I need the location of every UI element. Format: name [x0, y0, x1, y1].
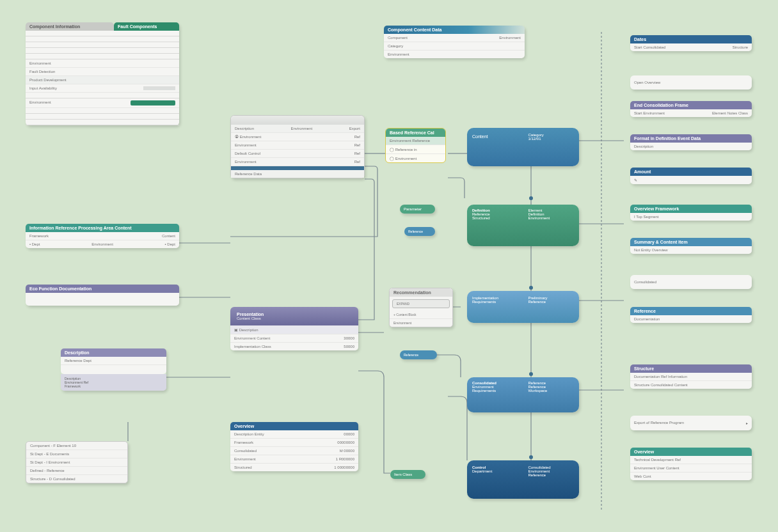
panel-info-reference: Information Reference Processing Area Co…: [26, 224, 179, 248]
svg-point-2: [529, 372, 533, 376]
pencil-icon[interactable]: ✎: [634, 178, 637, 182]
card-amount: Amount ✎: [630, 168, 752, 184]
panel-component-info: Component Information Fault Components E…: [26, 22, 179, 125]
card-open-overview: Open Overview: [630, 75, 752, 90]
node-content[interactable]: Content Category1/12/01: [467, 128, 579, 166]
node-control[interactable]: ControlDepartment ConsolidatedEnvironmen…: [467, 460, 579, 499]
card-structure: Structure Documentation Ref Information …: [630, 364, 752, 389]
panel-body: Environment Fault Detection Product Deve…: [26, 31, 179, 125]
panel-tab[interactable]: Fault Components: [114, 22, 179, 31]
panel-grey-list: Component - F Element 10 St Dept - E Doc…: [26, 441, 128, 483]
pill-reference-2[interactable]: Reference: [400, 350, 437, 359]
card-dates: Dates Start ConsolidatedStructure: [630, 35, 752, 51]
card-reference: Reference Documentation: [630, 307, 752, 323]
window-center: DescriptionEnvironmentExport ⦿ Environme…: [230, 115, 365, 178]
card-overview-bottom: Overview Technical Development Ref Envir…: [630, 448, 752, 480]
node-implementation[interactable]: ImplementationRequirements PreliminaryRe…: [467, 291, 579, 323]
card-format-def: Format in Definition Event Data Descript…: [630, 134, 752, 150]
card-consolidated: Consolidated: [630, 275, 752, 289]
svg-point-0: [529, 196, 533, 200]
pill-item-class[interactable]: Item Class: [390, 470, 425, 479]
svg-point-1: [529, 286, 533, 290]
card-overview-framework: Overview Framework I Top Segment: [630, 205, 752, 221]
pill-reference[interactable]: Reference: [404, 227, 435, 236]
pill-parameter[interactable]: Parameter: [400, 205, 435, 214]
panel-content-data: Component Content Data ComponentEnvironm…: [384, 26, 525, 58]
panel-overview: Overview Description Entity00000 Framewo…: [230, 422, 358, 471]
svg-point-3: [529, 455, 533, 459]
card-export[interactable]: Export of Reference Program▸: [630, 416, 752, 430]
card-summary: Summary & Content Item Not Entity Overvi…: [630, 238, 752, 254]
panel-description: Description Reference Dept Description E…: [61, 348, 166, 391]
chevron-right-icon: ▸: [746, 421, 748, 425]
panel-title: Component Information: [26, 22, 114, 31]
node-consolidated[interactable]: ConsolidatedEnvironmentRequirements Refe…: [467, 377, 579, 412]
window-recommendation: Recommendation EXPAND + Content Block En…: [389, 288, 453, 327]
panel-presentation: Presentation Content Class ▣ Description…: [230, 307, 358, 350]
node-yellow: Based Reference Cal Environment Referenc…: [385, 128, 446, 163]
card-end-consolidation: End Consolidation Frame Start Environmen…: [630, 101, 752, 117]
node-definition[interactable]: DefinitionReferenceStructured ElementDef…: [467, 205, 579, 246]
panel-eco-function: Eco Function Documentation: [26, 285, 179, 306]
